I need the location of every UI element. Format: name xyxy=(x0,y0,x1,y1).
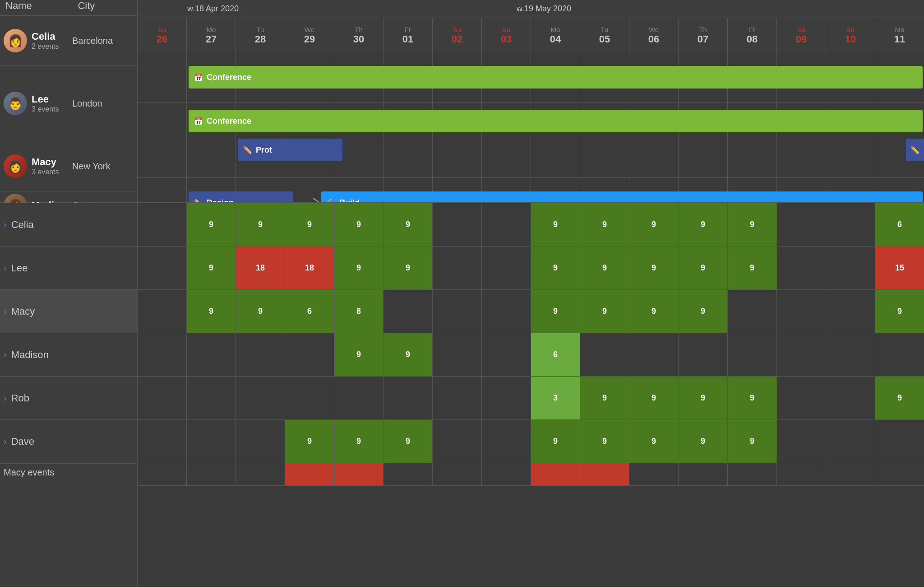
grid-cell-celia-2: 9 xyxy=(236,203,285,246)
day-col-11: Th07 xyxy=(679,18,728,52)
day-name-4: Th xyxy=(355,26,363,33)
grid-cell-partial-6 xyxy=(433,463,482,485)
grid-cell-partial-3 xyxy=(285,463,334,485)
bottom-row-celia[interactable]: › Celia xyxy=(0,203,137,247)
avatar-celia: 👩 xyxy=(4,29,27,52)
macy-events-label: Macy events xyxy=(0,467,54,478)
grid-row-celia: 99999999996 xyxy=(138,203,924,247)
name-header: Name xyxy=(0,0,74,12)
grid-cell-macy-6 xyxy=(433,290,482,333)
grid-row-macy: 996899999 xyxy=(138,290,924,333)
bottom-left-panel: › Celia › Lee › Macy › Madison › Rob › D… xyxy=(0,203,138,587)
grid-cell-madison-15 xyxy=(875,333,924,376)
day-num-2: 28 xyxy=(255,33,266,45)
day-num-0: 26 xyxy=(157,33,167,45)
grid-cell-madison-3 xyxy=(285,333,334,376)
avatar-lee: 👨 xyxy=(4,92,27,115)
bottom-row-dave[interactable]: › Dave xyxy=(0,420,137,463)
event-label: Build xyxy=(339,198,360,203)
grid-cell-macy-15: 9 xyxy=(875,290,924,333)
grid-cell-lee-9: 9 xyxy=(580,247,629,289)
grid-cell-lee-5: 9 xyxy=(383,247,433,289)
person-city-lee: London xyxy=(70,98,134,109)
grid-cell-rob-13 xyxy=(777,377,826,419)
grid-cell-rob-15: 9 xyxy=(875,377,924,419)
person-city-celia: Barcelona xyxy=(70,36,134,46)
day-name-1: Mo xyxy=(207,26,216,33)
day-col-1: Mo27 xyxy=(187,18,236,52)
grid-cell-celia-3: 9 xyxy=(285,203,334,246)
grid-cell-rob-1 xyxy=(187,377,236,419)
grid-cell-lee-3: 18 xyxy=(285,247,334,289)
grid-cell-dave-10: 9 xyxy=(629,420,679,463)
day-col-13: Sa09 xyxy=(777,18,826,52)
bottom-row-lee[interactable]: › Lee xyxy=(0,247,137,290)
day-name-3: We xyxy=(305,26,314,33)
bottom-row-madison[interactable]: › Madison xyxy=(0,333,137,377)
grid-cell-dave-4: 9 xyxy=(334,420,383,463)
grid-cell-celia-11: 9 xyxy=(679,203,728,246)
grid-cell-dave-7 xyxy=(482,420,531,463)
grid-cell-rob-3 xyxy=(285,377,334,419)
day-col-14: Su10 xyxy=(826,18,875,52)
grid-cell-macy-10: 9 xyxy=(629,290,679,333)
grid-cell-madison-4: 9 xyxy=(334,333,383,376)
week-label-1: w.18 Apr 2020 xyxy=(187,4,239,14)
grid-cell-madison-5: 9 xyxy=(383,333,433,376)
left-panel: Name City 👩 Celia 2 events Barcelona 👨 L… xyxy=(0,0,138,202)
day-num-3: 29 xyxy=(304,33,315,45)
grid-cell-dave-0 xyxy=(138,420,187,463)
event-icon: ✏️ xyxy=(194,199,203,203)
bottom-section: › Celia › Lee › Macy › Madison › Rob › D… xyxy=(0,203,924,587)
person-info-lee: Lee 3 events xyxy=(32,93,70,113)
grid-cell-partial-7 xyxy=(482,463,531,485)
grid-cell-madison-8: 6 xyxy=(531,333,580,376)
gantt-row-celia: 📅Conference xyxy=(138,52,924,102)
bottom-name-madison: Madison xyxy=(11,349,49,361)
chevron-icon-macy: › xyxy=(4,306,7,317)
bottom-name-lee: Lee xyxy=(11,262,28,274)
day-col-8: Mo04 xyxy=(531,18,580,52)
grid-cell-lee-13 xyxy=(777,247,826,289)
day-num-12: 08 xyxy=(747,33,758,45)
grid-cell-celia-7 xyxy=(482,203,531,246)
chevron-icon-madison: › xyxy=(4,349,7,360)
grid-cell-lee-0 xyxy=(138,247,187,289)
bottom-name-rob: Rob xyxy=(11,392,29,404)
day-name-14: Su xyxy=(846,26,855,33)
grid-cell-rob-6 xyxy=(433,377,482,419)
chevron-icon-rob: › xyxy=(4,393,7,403)
gantt-section: Name City 👩 Celia 2 events Barcelona 👨 L… xyxy=(0,0,924,203)
day-num-15: 11 xyxy=(894,33,905,45)
bottom-row-rob[interactable]: › Rob xyxy=(0,377,137,420)
avatar-macy: 👩 xyxy=(4,154,27,178)
grid-cell-celia-10: 9 xyxy=(629,203,679,246)
grid-cell-celia-0 xyxy=(138,203,187,246)
gantt-cell-g-row-macy-0 xyxy=(138,178,187,202)
grid-cell-lee-10: 9 xyxy=(629,247,679,289)
grid-cell-macy-7 xyxy=(482,290,531,333)
grid-cell-macy-8: 9 xyxy=(531,290,580,333)
bottom-row-macy[interactable]: › Macy xyxy=(0,290,137,333)
grid-cell-dave-11: 9 xyxy=(679,420,728,463)
grid-cell-dave-9: 9 xyxy=(580,420,629,463)
grid-row-partial xyxy=(138,463,924,486)
day-name-10: We xyxy=(649,26,659,33)
grid-cell-partial-13 xyxy=(777,463,826,485)
grid-cell-partial-9 xyxy=(580,463,629,485)
grid-cell-dave-13 xyxy=(777,420,826,463)
grid-cell-lee-1: 9 xyxy=(187,247,236,289)
grid-cell-lee-2: 18 xyxy=(236,247,285,289)
grid-cell-partial-12 xyxy=(728,463,777,485)
bottom-name-macy: Macy xyxy=(11,306,35,317)
grid-cell-partial-2 xyxy=(236,463,285,485)
grid-cell-rob-14 xyxy=(826,377,875,419)
day-col-9: Tu05 xyxy=(580,18,629,52)
arrow-design-build xyxy=(295,196,322,202)
day-col-6: Sa02 xyxy=(433,18,482,52)
grid-cell-madison-12 xyxy=(728,333,777,376)
day-name-6: Sa xyxy=(453,26,461,33)
grid-cell-macy-14 xyxy=(826,290,875,333)
grid-row-dave: 99999999 xyxy=(138,420,924,463)
gantt-cell-g-row-lee-0 xyxy=(138,102,187,177)
